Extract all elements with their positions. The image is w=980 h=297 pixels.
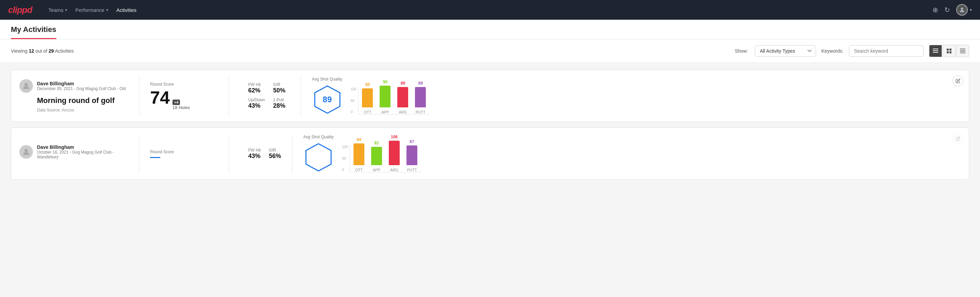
gir-value: 50% — [273, 87, 290, 94]
user-date: December 05, 2021 - Gog Magog Golf Club … — [37, 86, 126, 91]
chevron-down-icon: ▾ — [65, 8, 67, 12]
shot-quality-label: Avg Shot Quality — [312, 77, 343, 81]
putt-bar — [406, 145, 417, 165]
activity-card: Dave Billingham October 16, 2021 - Gog M… — [11, 128, 969, 180]
bars-container: 94 OTT 82 APP 106 ARG — [350, 145, 421, 172]
ott-bar — [362, 88, 373, 107]
svg-rect-4 — [947, 49, 949, 51]
round-score-section: Round Score 74 +4 18 Holes — [150, 82, 218, 110]
separator — [301, 77, 301, 115]
refresh-icon[interactable]: ↻ — [944, 6, 950, 14]
activity-card: Dave Billingham December 05, 2021 - Gog … — [11, 70, 969, 122]
shot-quality-label: Avg Shot Quality — [303, 134, 334, 139]
putt-bar — [415, 87, 426, 107]
compact-view-button[interactable] — [956, 45, 969, 57]
bar-app: 90 APP — [380, 80, 390, 114]
svg-rect-8 — [960, 49, 966, 49]
arg-bar — [397, 87, 408, 107]
one-putt-label: 1 Putt — [273, 97, 290, 102]
view-toggle-group — [929, 45, 969, 57]
score-value — [150, 156, 160, 158]
svg-rect-3 — [933, 52, 938, 53]
user-row: Dave Billingham October 16, 2021 - Gog M… — [19, 144, 128, 160]
fw-hit-stat: FW Hit 62% — [248, 82, 265, 94]
user-menu[interactable]: ▾ — [956, 4, 972, 16]
bar-arg: 89 ARG — [397, 81, 408, 114]
nav-teams[interactable]: Teams ▾ — [49, 6, 67, 14]
header: clippd Teams ▾ Performance ▾ Activities … — [0, 0, 980, 20]
gir-value: 56% — [269, 153, 282, 160]
shot-quality-section: Avg Shot Quality 100 50 0 — [303, 134, 961, 172]
svg-rect-7 — [950, 51, 951, 53]
shot-quality-value: 89 — [323, 95, 332, 104]
svg-rect-2 — [933, 50, 938, 51]
svg-point-0 — [961, 8, 963, 10]
svg-point-12 — [24, 83, 28, 86]
one-putt-value: 28% — [273, 102, 290, 109]
nav-performance[interactable]: Performance ▾ — [75, 6, 108, 14]
chevron-down-icon: ▾ — [106, 8, 108, 12]
viewing-text: Viewing 12 out of 29 Activities — [11, 48, 74, 54]
y-axis: 100 50 0 — [342, 145, 348, 172]
nav-activities[interactable]: Activities — [116, 6, 137, 14]
list-view-button[interactable] — [929, 45, 942, 57]
score-value: 74 — [150, 89, 170, 106]
svg-marker-15 — [306, 144, 331, 171]
round-score-section: Round Score — [150, 150, 218, 158]
toolbar: Viewing 12 out of 29 Activities Show: Al… — [0, 40, 980, 63]
fw-hit-stat: FW Hit 43% — [248, 148, 261, 160]
grid-view-button[interactable] — [943, 45, 956, 57]
bar-app: 82 APP — [371, 141, 382, 172]
svg-rect-6 — [947, 51, 949, 53]
bars-container: 85 OTT 90 APP 89 ARG — [358, 87, 429, 115]
fw-hit-value: 62% — [248, 87, 265, 94]
separator — [292, 134, 293, 172]
round-score-row: 74 +4 18 Holes — [150, 89, 218, 110]
score-badge: +4 — [172, 99, 180, 105]
svg-point-14 — [24, 149, 28, 152]
hexagon-display — [303, 142, 334, 172]
y-axis: 100 50 0 — [351, 87, 356, 115]
bar-chart: 100 50 0 85 OTT 90 — [351, 77, 961, 115]
card-user-info: Dave Billingham October 16, 2021 - Gog M… — [19, 144, 128, 163]
shot-quality-left: Avg Shot Quality 89 — [312, 77, 343, 115]
add-icon[interactable]: ⊕ — [932, 6, 938, 14]
keyword-search-input[interactable] — [849, 45, 924, 57]
separator — [139, 77, 139, 115]
bar-putt: 87 PUTT — [406, 139, 417, 172]
score-details: +4 18 Holes — [172, 99, 190, 110]
keywords-label: Keywords: — [821, 48, 843, 54]
user-name: Dave Billingham — [37, 144, 128, 150]
user-avatar — [19, 145, 33, 159]
svg-rect-9 — [960, 50, 966, 51]
activity-title: Morning round of golf — [19, 96, 128, 105]
user-details: Dave Billingham October 16, 2021 - Gog M… — [37, 144, 128, 160]
updown-value: 43% — [248, 102, 265, 109]
user-name: Dave Billingham — [37, 81, 126, 86]
round-score-label: Round Score — [150, 82, 218, 87]
user-date: October 16, 2021 - Gog Magog Golf Club -… — [37, 150, 128, 160]
updown-stat: Up/Down 43% — [248, 97, 265, 109]
gir-stat: GIR 50% — [273, 82, 290, 94]
round-score-label: Round Score — [150, 150, 218, 154]
ott-bar — [353, 144, 364, 165]
round-score-row — [150, 156, 218, 158]
data-source: Data Source: Arccos — [19, 108, 128, 112]
gir-label: GIR — [269, 148, 282, 153]
arg-bar — [389, 141, 400, 165]
updown-label: Up/Down — [248, 97, 265, 102]
separator — [139, 134, 139, 172]
toolbar-filters: Show: All Activity Types Keywords: — [735, 45, 969, 57]
page-title: My Activities — [11, 25, 56, 39]
fw-gir-stats: FW Hit 62% GIR 50% Up/Down 43% 1 Putt 28… — [248, 82, 290, 109]
bar-ott: 85 OTT — [362, 82, 373, 114]
user-row: Dave Billingham December 05, 2021 - Gog … — [19, 79, 128, 93]
hexagon-display: 89 — [312, 84, 343, 115]
activities-list: Dave Billingham December 05, 2021 - Gog … — [0, 63, 980, 187]
fw-hit-label: FW Hit — [248, 148, 261, 153]
show-label: Show: — [735, 48, 748, 54]
logo[interactable]: clippd — [8, 5, 32, 15]
activity-type-dropdown[interactable]: All Activity Types — [755, 45, 816, 57]
fw-hit-value: 43% — [248, 153, 261, 160]
app-bar — [380, 86, 390, 107]
